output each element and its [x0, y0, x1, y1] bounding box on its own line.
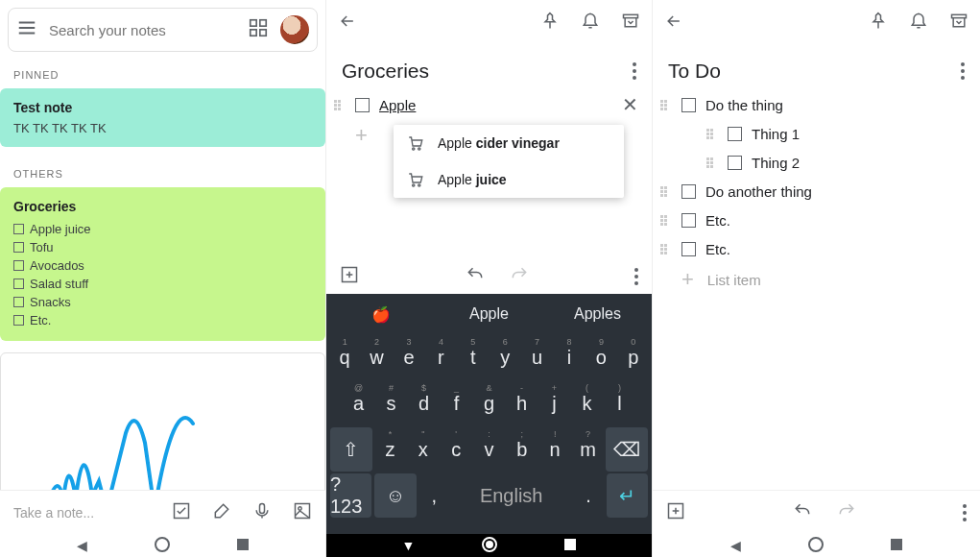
key-d[interactable]: $d: [409, 381, 439, 425]
key-s[interactable]: #s: [376, 381, 406, 425]
checkbox[interactable]: [728, 156, 742, 170]
key-o[interactable]: 9o: [586, 335, 615, 379]
key-g[interactable]: &g: [474, 381, 504, 425]
search-bar[interactable]: Search your notes: [8, 8, 318, 52]
key-b[interactable]: ;b: [507, 427, 537, 472]
checkbox-icon[interactable]: [172, 501, 191, 524]
avatar[interactable]: [280, 15, 309, 44]
kbd-emoji-suggestion[interactable]: 🍎: [326, 305, 435, 324]
archive-icon[interactable]: [621, 12, 640, 35]
key-sym[interactable]: ?123: [330, 473, 371, 518]
groceries-note-card[interactable]: Groceries Apple juiceTofuAvocadosSalad s…: [0, 187, 325, 341]
pin-icon[interactable]: [869, 12, 888, 35]
grid-view-icon[interactable]: [248, 17, 269, 42]
list-item-text[interactable]: Apple: [379, 97, 612, 113]
nav-home[interactable]: [155, 537, 170, 555]
key-z[interactable]: *z: [375, 427, 405, 472]
archive-icon[interactable]: [949, 12, 968, 35]
checkbox[interactable]: [681, 242, 696, 256]
key-c[interactable]: 'c: [442, 427, 471, 472]
add-box-icon[interactable]: [340, 265, 359, 288]
list-item-row[interactable]: Etc.: [653, 206, 980, 234]
key-e[interactable]: 3e: [394, 335, 423, 379]
redo-icon[interactable]: [837, 501, 856, 524]
mic-icon[interactable]: [252, 501, 272, 524]
note-title[interactable]: Groceries: [342, 60, 429, 83]
nav-recent[interactable]: [237, 538, 249, 553]
nav-back[interactable]: ◀: [77, 538, 87, 553]
undo-icon[interactable]: [466, 265, 485, 288]
overflow-icon[interactable]: [633, 62, 636, 80]
key-enter[interactable]: ↵: [607, 473, 648, 518]
key-emoji[interactable]: ☺: [374, 473, 416, 518]
checkbox[interactable]: [355, 98, 370, 112]
drag-handle-icon[interactable]: [706, 157, 716, 168]
drag-handle-icon[interactable]: [660, 100, 670, 110]
nav-recent[interactable]: [564, 538, 576, 553]
drag-handle-icon[interactable]: [706, 129, 716, 139]
nav-back[interactable]: ◀: [730, 538, 741, 553]
kbd-prediction[interactable]: Apple: [435, 305, 543, 323]
key-q[interactable]: 1q: [330, 335, 359, 379]
key-v[interactable]: :v: [474, 427, 504, 472]
take-note-placeholder[interactable]: Take a note...: [13, 505, 151, 521]
add-list-item[interactable]: + List item: [653, 263, 980, 296]
suggestion-item[interactable]: Apple juice: [394, 161, 624, 198]
key-u[interactable]: 7u: [522, 335, 551, 379]
key-t[interactable]: 5t: [459, 335, 488, 379]
kbd-prediction[interactable]: Apples: [543, 305, 652, 323]
reminder-icon[interactable]: [909, 12, 928, 35]
redo-icon[interactable]: [510, 265, 529, 288]
key-w[interactable]: 2w: [362, 335, 391, 379]
keyboard[interactable]: 🍎 Apple Apples 1q2w3e4r5t6y7u8i9o0p @a#s…: [326, 294, 652, 534]
image-icon[interactable]: [293, 501, 312, 524]
key-x[interactable]: "x: [408, 427, 438, 472]
key-i[interactable]: 8i: [555, 335, 584, 379]
brush-icon[interactable]: [212, 501, 231, 524]
key-r[interactable]: 4r: [426, 335, 455, 379]
key-k[interactable]: (k: [572, 381, 602, 425]
key-a[interactable]: @a: [344, 381, 373, 425]
nav-recent[interactable]: [891, 538, 902, 553]
key-f[interactable]: _f: [442, 381, 471, 425]
overflow-icon[interactable]: [634, 268, 638, 285]
pinned-note-card[interactable]: Test note TK TK TK TK TK: [0, 88, 325, 147]
key-l[interactable]: )l: [605, 381, 634, 425]
key-space[interactable]: English: [452, 473, 571, 518]
reminder-icon[interactable]: [581, 12, 600, 35]
suggestion-item[interactable]: Apple cider vinegar: [394, 125, 624, 161]
back-icon[interactable]: [664, 12, 683, 35]
checkbox[interactable]: [681, 184, 696, 199]
undo-icon[interactable]: [793, 501, 812, 524]
overflow-icon[interactable]: [961, 62, 965, 80]
nav-home[interactable]: [482, 537, 497, 555]
note-title[interactable]: To Do: [668, 60, 721, 83]
key-y[interactable]: 6y: [490, 335, 519, 379]
list-item-row[interactable]: Thing 2: [653, 148, 980, 177]
key-backspace[interactable]: ⌫: [606, 427, 648, 472]
nav-back[interactable]: ▼: [402, 538, 416, 553]
key-comma[interactable]: ,: [419, 473, 449, 518]
key-m[interactable]: ?m: [573, 427, 603, 472]
key-j[interactable]: +j: [539, 381, 569, 425]
list-item-row[interactable]: Do another thing: [653, 177, 980, 206]
checkbox[interactable]: [681, 98, 696, 112]
nav-home[interactable]: [808, 537, 824, 555]
list-item-row[interactable]: Thing 1: [653, 119, 980, 148]
pin-icon[interactable]: [540, 12, 560, 35]
drag-handle-icon[interactable]: [334, 100, 344, 110]
overflow-icon[interactable]: [963, 504, 967, 521]
key-h[interactable]: -h: [507, 381, 537, 425]
checkbox[interactable]: [681, 213, 696, 228]
list-item-row[interactable]: Etc.: [653, 234, 980, 263]
add-box-icon[interactable]: [666, 501, 685, 524]
key-period[interactable]: .: [574, 473, 604, 518]
drag-handle-icon[interactable]: [660, 215, 670, 226]
key-n[interactable]: !n: [540, 427, 570, 472]
list-item-row[interactable]: Do the thing: [653, 90, 980, 119]
key-p[interactable]: 0p: [619, 335, 648, 379]
key-shift[interactable]: ⇧: [330, 427, 372, 472]
menu-icon[interactable]: [16, 17, 37, 42]
back-icon[interactable]: [338, 12, 357, 35]
checkbox[interactable]: [728, 127, 742, 141]
